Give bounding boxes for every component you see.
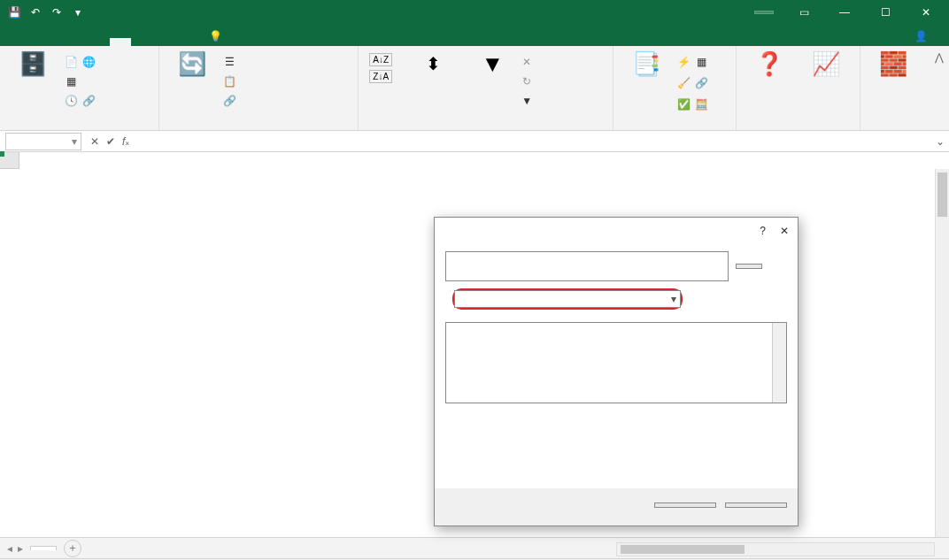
name-box[interactable]: ▾: [5, 133, 81, 150]
tab-insert[interactable]: [46, 38, 67, 46]
tab-home[interactable]: [25, 38, 46, 46]
recent-sources-button[interactable]: 🕓🔗: [64, 92, 96, 110]
group-label-get: [7, 127, 151, 128]
relationships-icon[interactable]: 🔗: [695, 77, 709, 89]
from-text-button[interactable]: 📄🌐: [64, 53, 96, 71]
from-table-button[interactable]: ▦: [64, 73, 96, 90]
minimize-icon[interactable]: —: [825, 0, 864, 25]
manage-model-icon[interactable]: 🧮: [695, 98, 709, 111]
recent-icon: 🕓: [64, 95, 78, 107]
outline-icon: 🧱: [879, 51, 907, 76]
horizontal-scrollbar[interactable]: [616, 542, 935, 556]
undo-icon[interactable]: ↶: [27, 4, 44, 21]
tab-file[interactable]: [4, 38, 25, 46]
redo-icon[interactable]: ↷: [48, 4, 66, 21]
remove-dupes-icon[interactable]: 🧹: [677, 77, 691, 89]
forecast-icon: 📈: [812, 51, 840, 76]
cancel-formula-icon[interactable]: ✕: [90, 135, 99, 148]
tab-page-layout[interactable]: [67, 38, 89, 46]
whatif-icon: ❓: [755, 51, 783, 76]
new-sheet-button[interactable]: ＋: [64, 540, 81, 557]
tab-review[interactable]: [131, 38, 152, 46]
category-select[interactable]: ▾: [454, 290, 681, 308]
reapply-button: ↻: [520, 73, 537, 90]
clear-icon: ✕: [520, 56, 534, 68]
from-table-icon: ▦: [64, 75, 78, 88]
advanced-icon: ▼: [520, 95, 534, 107]
forecast-sheet-button[interactable]: 📈: [800, 50, 852, 78]
sort-za-icon[interactable]: Z↓A: [369, 70, 392, 83]
sort-az-icon[interactable]: A↓Z: [369, 53, 392, 66]
group-label-sortfilter: [366, 127, 605, 128]
from-web-icon: 🌐: [81, 56, 96, 68]
refresh-icon: 🔄: [178, 51, 206, 76]
whatif-button[interactable]: ❓: [744, 50, 795, 78]
insert-function-icon[interactable]: fₓ: [122, 135, 129, 148]
listbox-scrollbar[interactable]: [772, 323, 786, 403]
maximize-icon[interactable]: ☐: [866, 0, 905, 25]
name-box-dropdown-icon[interactable]: ▾: [72, 135, 77, 148]
outline-button[interactable]: 🧱: [868, 50, 919, 78]
properties-button: 📋: [223, 73, 241, 90]
ribbon-options-icon[interactable]: ▭: [784, 0, 823, 25]
links-icon: 🔗: [223, 95, 237, 107]
share-button[interactable]: 👤: [907, 27, 940, 46]
collapse-ribbon-icon[interactable]: ⋀: [930, 46, 949, 130]
formula-input[interactable]: [138, 133, 931, 150]
sheet-tab-bar: ◂ ▸ ＋: [0, 537, 949, 558]
qat-customize-icon[interactable]: ▾: [69, 4, 87, 21]
queries-icon: ☰: [223, 56, 237, 68]
vertical-scrollbar[interactable]: [935, 169, 949, 537]
sort-button[interactable]: ⬍: [401, 50, 465, 78]
enter-formula-icon[interactable]: ✔: [106, 135, 115, 148]
dialog-close-icon[interactable]: ✕: [780, 225, 789, 237]
close-icon[interactable]: ✕: [907, 0, 945, 25]
tab-data[interactable]: [110, 38, 131, 46]
text-to-columns-icon: 📑: [632, 51, 660, 76]
tab-view[interactable]: [152, 38, 174, 46]
group-label-datatools: [621, 127, 729, 128]
group-label-queries: [166, 127, 351, 128]
properties-icon: 📋: [223, 75, 237, 88]
ok-button[interactable]: [654, 502, 716, 508]
get-data-icon: 🗄️: [19, 51, 47, 76]
refresh-all-button[interactable]: 🔄: [166, 50, 218, 78]
consolidate-icon[interactable]: ▦: [695, 56, 709, 68]
cancel-button[interactable]: [725, 502, 787, 508]
sort-icon: ⬍: [426, 51, 441, 76]
text-to-columns-button[interactable]: 📑: [621, 50, 672, 78]
ribbon: 🗄️ 📄🌐 ▦ 🕓🔗 🔄 ☰ 📋 🔗: [0, 46, 949, 131]
quick-access-toolbar: 💾 ↶ ↷ ▾: [0, 4, 87, 21]
insert-function-dialog: ? ✕ ▾: [434, 217, 799, 526]
group-label-outline: [868, 127, 922, 128]
lightbulb-icon: 💡: [209, 30, 222, 42]
tab-help[interactable]: [174, 38, 195, 46]
sheet-nav-last-icon[interactable]: ▸: [18, 542, 23, 555]
advanced-filter-button[interactable]: ▼: [520, 92, 537, 110]
function-listbox[interactable]: [445, 322, 787, 403]
get-data-button[interactable]: 🗄️: [7, 50, 58, 78]
formula-bar: ▾ ✕ ✔ fₓ ⌄: [0, 131, 949, 152]
data-validation-icon[interactable]: ✅: [677, 98, 691, 111]
sheet-nav-first-icon[interactable]: ◂: [7, 542, 12, 555]
clear-filter-button: ✕: [520, 53, 537, 71]
expand-formula-bar-icon[interactable]: ⌄: [931, 135, 949, 148]
edit-links-button: 🔗: [223, 92, 241, 110]
sheet-tab[interactable]: [30, 546, 57, 550]
dialog-help-icon[interactable]: ?: [760, 225, 766, 237]
from-text-icon: 📄: [64, 56, 78, 68]
search-function-input[interactable]: [445, 251, 729, 281]
filter-icon: ▼: [481, 51, 504, 76]
tell-me[interactable]: 💡: [202, 27, 235, 46]
find-button[interactable]: [736, 264, 762, 269]
tab-formulas[interactable]: [89, 38, 110, 46]
queries-button[interactable]: ☰: [223, 53, 241, 71]
save-icon[interactable]: 💾: [5, 4, 23, 21]
person-icon: 👤: [914, 30, 928, 42]
login-button[interactable]: [754, 11, 774, 14]
title-bar: 💾 ↶ ↷ ▾ ▭ — ☐ ✕: [0, 0, 949, 25]
flash-fill-icon[interactable]: ⚡: [677, 56, 691, 68]
select-all-corner[interactable]: [0, 152, 19, 169]
filter-button[interactable]: ▼: [470, 50, 514, 78]
existing-icon: 🔗: [81, 95, 96, 107]
